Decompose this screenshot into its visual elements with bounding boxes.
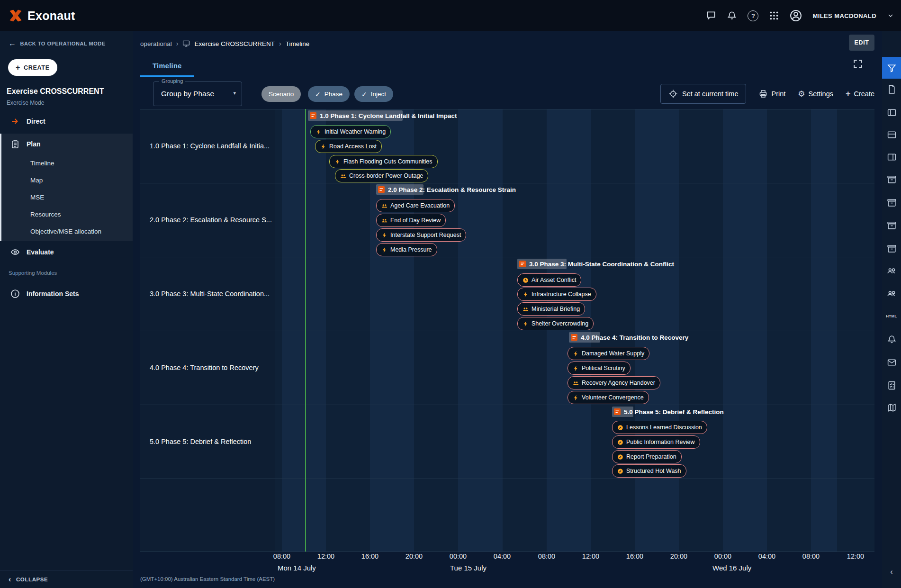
inject-bar[interactable]: Volunteer Convergence [568, 391, 649, 404]
supporting-modules-label: Supporting Modules [9, 270, 57, 276]
tab-label: Timeline [153, 62, 182, 70]
people-icon [381, 203, 387, 209]
tab-timeline[interactable]: Timeline [140, 56, 194, 77]
sidebar-collapse-button[interactable]: ‹ COLLAPSE [0, 570, 133, 588]
inject-bar[interactable]: Infrastructure Collapse [517, 288, 596, 301]
inject-bar[interactable]: End of Day Review [376, 214, 446, 227]
back-to-operational-mode-link[interactable]: ← BACK TO OPERATIONAL MODE [9, 40, 106, 47]
rail-layout-button-1[interactable] [882, 104, 901, 120]
topbar-actions: ? MILES MACDONALD [706, 0, 894, 31]
chip-phase[interactable]: ✓ Phase [308, 86, 350, 102]
chevron-left-icon: ‹ [9, 576, 11, 583]
chat-icon[interactable] [706, 10, 716, 21]
inject-label: End of Day Review [390, 217, 441, 224]
sidebar: ← BACK TO OPERATIONAL MODE + CREATE Exer… [0, 31, 133, 588]
settings-button[interactable]: ⚙ Settings [798, 90, 833, 98]
inject-bar[interactable]: Report Preparation [612, 450, 682, 463]
set-current-time-label: Set at current time [682, 90, 738, 98]
rail-groups-button-1[interactable] [882, 262, 901, 279]
create-button-label: CREATE [24, 64, 50, 71]
plus-icon: + [16, 63, 20, 72]
phase-bar-label: 2.0 Phase 2: Escalation & Resource Strai… [378, 184, 516, 195]
rail-archive-button-2[interactable] [882, 194, 901, 210]
user-name[interactable]: MILES MACDONALD [812, 12, 876, 19]
date-label: Mon 14 July [278, 564, 316, 572]
chip-scenario[interactable]: Scenario [261, 86, 301, 102]
inject-bar[interactable]: Road Access Lost [315, 140, 382, 153]
sidebar-item-mse[interactable]: MSE [1, 189, 133, 206]
caret-down-icon: ▾ [233, 90, 236, 96]
rail-layout-button-3[interactable] [882, 149, 901, 165]
sidebar-item-direct[interactable]: Direct [0, 112, 133, 131]
inject-bar[interactable]: Flash Flooding Cuts Communities [329, 155, 438, 168]
sidebar-item-map[interactable]: Map [1, 172, 133, 189]
chevron-right-icon: › [279, 40, 281, 47]
rail-layout-button-2[interactable] [882, 127, 901, 143]
inject-bar[interactable]: Structured Hot Wash [612, 464, 686, 478]
monitor-icon [182, 40, 190, 47]
sidebar-item-evaluate[interactable]: Evaluate [0, 243, 133, 262]
back-link-label: BACK TO OPERATIONAL MODE [20, 41, 106, 46]
row-divider [140, 183, 874, 183]
rail-archive-button-1[interactable] [882, 171, 901, 187]
rail-html-button[interactable]: HTML [882, 308, 901, 324]
rail-archive-button-4[interactable] [882, 240, 901, 256]
inject-bar[interactable]: Interstate Support Request [376, 228, 466, 242]
notifications-icon[interactable] [727, 10, 737, 21]
inject-bar[interactable]: Aged Care Evacuation [376, 199, 455, 212]
bolt-icon [315, 129, 322, 135]
rail-groups-button-2[interactable] [882, 285, 901, 301]
bolt-icon [523, 321, 529, 327]
sidebar-item-information-sets[interactable]: Information Sets [0, 284, 133, 303]
inject-bar[interactable]: Cross-border Power Outage [335, 169, 428, 182]
chip-inject[interactable]: ✓ Inject [354, 86, 393, 102]
chevron-right-icon: › [176, 40, 179, 47]
sidebar-child-label: MSE [30, 194, 44, 201]
phase-row-label: 4.0 Phase 4: Transition to Recovery [150, 364, 274, 371]
breadcrumb-item-operational[interactable]: operational [140, 40, 172, 47]
people-icon [523, 306, 529, 312]
rail-collapse-button[interactable]: ‹ [882, 564, 901, 580]
sidebar-item-plan[interactable]: Plan [1, 134, 133, 154]
rail-tasks-button[interactable] [882, 377, 901, 393]
inject-bar[interactable]: Recovery Agency Handover [568, 376, 660, 389]
sidebar-item-timeline[interactable]: Timeline [1, 154, 133, 172]
filter-icon [887, 63, 897, 73]
rail-map-button[interactable] [882, 399, 901, 416]
inject-bar[interactable]: Ministerial Briefing [517, 302, 585, 316]
inject-bar[interactable]: Air Asset Conflict [517, 273, 581, 287]
people-icon [381, 217, 387, 224]
timeline-actions: Set at current time Print ⚙ Settings + C… [660, 84, 874, 103]
create-inject-button[interactable]: + Create [846, 90, 874, 98]
inject-bar[interactable]: Public Information Review [612, 435, 700, 449]
inject-label: Lessons Learned Discussion [626, 424, 702, 431]
inject-bar[interactable]: Political Scrutiny [568, 362, 631, 375]
sidebar-item-objective-mse-allocation[interactable]: Objective/MSE allocation [1, 223, 133, 240]
edit-button[interactable]: EDIT [849, 35, 874, 51]
grouping-select[interactable]: Grouping Group by Phase ▾ [153, 81, 242, 106]
chevron-down-icon[interactable] [887, 12, 894, 19]
account-icon[interactable] [790, 9, 802, 22]
rail-archive-button-3[interactable] [882, 217, 901, 233]
inject-bar[interactable]: Initial Weather Warning [310, 125, 391, 138]
inject-bar[interactable]: Lessons Learned Discussion [612, 421, 707, 434]
inject-bar[interactable]: Damaged Water Supply [568, 347, 649, 360]
rail-notifications-button[interactable] [882, 331, 901, 347]
print-button[interactable]: Print [758, 89, 785, 99]
plus-icon: + [846, 90, 851, 98]
bolt-icon [381, 247, 387, 253]
filter-button-active[interactable] [882, 57, 901, 79]
sidebar-item-resources[interactable]: Resources [1, 206, 133, 223]
rail-document-button[interactable] [882, 81, 901, 97]
inject-bar[interactable]: Shelter Overcrowding [517, 317, 594, 330]
apps-icon[interactable] [769, 10, 779, 21]
set-current-time-button[interactable]: Set at current time [660, 84, 746, 104]
breadcrumb-item-exercise[interactable]: Exercise CROSSCURRENT [194, 40, 275, 47]
sidebar-child-label: Map [30, 177, 43, 184]
fullscreen-button[interactable] [853, 59, 863, 71]
inject-bar[interactable]: Media Pressure [376, 243, 437, 256]
date-label: Tue 15 July [450, 564, 487, 572]
rail-mail-button[interactable] [882, 354, 901, 370]
help-icon[interactable]: ? [748, 10, 758, 21]
create-button[interactable]: + CREATE [8, 59, 57, 76]
